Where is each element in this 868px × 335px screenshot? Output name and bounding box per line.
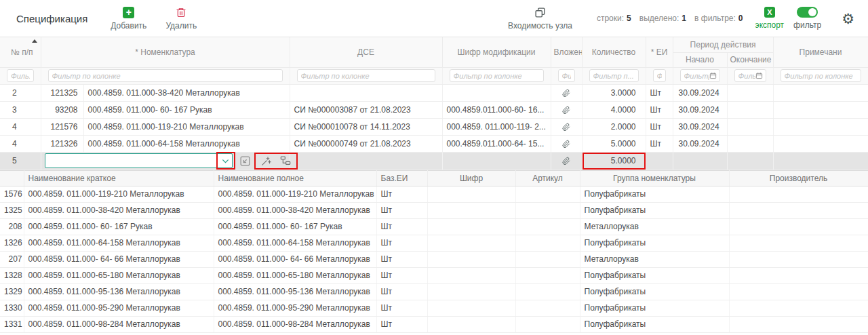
lookup-full-name-cell: 000.4859. 011.000-119-210 Металлорукав	[214, 186, 376, 202]
filter-attachments-input[interactable]	[558, 69, 575, 82]
filter-toggle[interactable]	[797, 7, 818, 18]
lookup-group-cell: Металлорукав	[580, 251, 729, 267]
excel-icon: X	[764, 7, 775, 18]
note-cell	[773, 152, 868, 170]
nomenclature-input[interactable]	[45, 154, 232, 168]
col-header-manufacturer[interactable]: Производитель	[729, 170, 868, 186]
lookup-group-cell: Полуфабрикаты	[580, 316, 729, 332]
add-button[interactable]: + Добавить	[111, 7, 146, 31]
lookup-article-cell	[515, 218, 580, 235]
open-catalog-button[interactable]	[239, 155, 251, 167]
mod-code-cell	[442, 152, 551, 170]
spec-table-row[interactable]: 4121326000.4859. 011.000-64-158 Металлор…	[0, 135, 868, 152]
col-header-period-end[interactable]: Окончание	[727, 52, 773, 67]
filter-period-end-input[interactable]	[738, 70, 755, 81]
row-number-cell: 4	[0, 135, 41, 152]
col-header-period-start[interactable]: Начало	[673, 52, 727, 67]
lookup-base-unit-cell: Шт	[376, 283, 427, 300]
lookup-article-cell	[515, 186, 580, 202]
spec-table-row[interactable]: 393208000.4859. 011.000- 60- 167 РукавСИ…	[0, 101, 868, 118]
lookup-row[interactable]: 1326000.4859. 011.000-64-158 Металлорука…	[0, 235, 868, 251]
specification-grid: № п/п * Номенклатура ДСЕ Шифр модификаци…	[0, 37, 868, 170]
col-header-num[interactable]: № п/п	[0, 37, 41, 67]
lookup-full-name-cell: 000.4859. 011.000- 60- 167 Рукав	[214, 218, 376, 235]
period-start-cell: 30.09.2024	[673, 135, 727, 152]
lookup-group-cell: Полуфабрикаты	[580, 186, 729, 202]
lookup-row[interactable]: 1330000.4859. 011.000-95-290 Металлорука…	[0, 300, 868, 316]
lookup-code-cell: 207	[0, 251, 24, 267]
filter-nomenclature-input[interactable]	[48, 69, 283, 82]
col-header-nomenclature[interactable]: * Номенклатура	[41, 37, 290, 67]
paperclip-icon[interactable]	[562, 89, 570, 98]
lookup-code-cell: 1330	[0, 300, 24, 316]
note-cell	[773, 101, 868, 118]
lookup-cipher-cell	[427, 267, 515, 283]
filter-num-input[interactable]	[7, 69, 34, 82]
filter-toggle-group[interactable]: фильтр	[793, 7, 821, 30]
dse-cell: СИ №000000749 от 21.08.2023	[290, 135, 442, 152]
spec-table-row[interactable]: 2121325000.4859. 011.000-38-420 Металлор…	[0, 84, 868, 101]
chevron-down-icon[interactable]	[221, 157, 230, 165]
lookup-manufacturer-cell	[729, 202, 868, 218]
period-end-cell	[727, 84, 773, 101]
col-header-full-name[interactable]: Наименование полное	[214, 170, 376, 186]
col-header-unit[interactable]: * ЕИ	[646, 37, 673, 67]
tree-select-icon[interactable]	[280, 155, 291, 166]
paperclip-icon[interactable]	[562, 106, 570, 115]
unit-cell	[646, 152, 673, 170]
lookup-full-name-cell: 000.4859. 011.000-38-420 Металлорукав	[214, 202, 376, 218]
lookup-manufacturer-cell	[729, 316, 868, 332]
spec-table-row[interactable]: 4121576000.4859. 011.000-119-210 Металло…	[0, 118, 868, 135]
filter-quantity-input[interactable]	[589, 69, 639, 82]
paperclip-icon[interactable]	[562, 123, 570, 132]
node-usage-button[interactable]: Входимость узла	[508, 7, 572, 31]
nomenclature-combobox[interactable]	[45, 153, 233, 168]
col-header-code[interactable]	[0, 170, 24, 186]
lookup-row[interactable]: 1329000.4859. 011.000-95-136 Металлорука…	[0, 283, 868, 300]
period-end-cell	[727, 101, 773, 118]
filter-unit-input[interactable]	[653, 69, 666, 82]
filter-dse-input[interactable]	[297, 69, 435, 82]
export-button[interactable]: X экспорт	[755, 7, 785, 30]
col-header-attachments[interactable]: Вложени	[551, 37, 582, 67]
lookup-row[interactable]: 207000.4859. 011.000- 64- 66 Металлорука…	[0, 251, 868, 267]
lookup-row[interactable]: 1576000.4859. 011.000-119-210 Металлорук…	[0, 186, 868, 202]
settings-gear-icon[interactable]: ⚙	[842, 12, 854, 26]
col-header-group[interactable]: Группа номенклатуры	[580, 170, 729, 186]
lookup-row[interactable]: 1325000.4859. 011.000-38-420 Металлорука…	[0, 202, 868, 218]
lookup-short-name-cell: 000.4859. 011.000- 60- 167 Рукав	[24, 218, 214, 235]
col-header-short-name[interactable]: Наименование краткое	[24, 170, 214, 186]
col-header-note[interactable]: Примечани	[773, 37, 868, 67]
add-button-label: Добавить	[111, 21, 146, 31]
lookup-full-name-cell: 000.4859. 011.000-98-284 Металлорукав	[214, 316, 376, 332]
row-number-cell: 5	[0, 152, 41, 170]
lookup-group-cell: Полуфабрикаты	[580, 300, 729, 316]
lookup-row[interactable]: 1328000.4859. 011.000-65-180 Металлорука…	[0, 267, 868, 283]
calendar-icon[interactable]	[709, 72, 717, 79]
magic-wand-icon[interactable]	[261, 156, 271, 166]
table-stats: строки: 5 выделено: 1 в фильтре: 0	[589, 14, 743, 23]
col-header-article[interactable]: Артикул	[515, 170, 580, 186]
filter-mod-code-input[interactable]	[450, 69, 544, 82]
calendar-icon[interactable]	[755, 72, 763, 79]
paperclip-icon[interactable]	[562, 157, 570, 165]
lookup-short-name-cell: 000.4859. 011.000-64-158 Металлорукав	[24, 235, 214, 251]
mod-code-cell	[442, 84, 551, 101]
quantity-cell: 5.0000	[582, 152, 646, 170]
nomenclature-name-cell: 000.4859. 011.000-38-420 Металлорукав	[83, 84, 290, 101]
col-header-cipher[interactable]: Шифр	[427, 170, 515, 186]
editing-row[interactable]: 5	[0, 152, 868, 170]
lookup-row[interactable]: 1331000.4859. 011.000-98-284 Металлорука…	[0, 316, 868, 332]
lookup-article-cell	[515, 202, 580, 218]
lookup-cipher-cell	[427, 235, 515, 251]
filter-period-start-input[interactable]	[684, 70, 709, 81]
col-header-quantity[interactable]: Количество	[582, 37, 646, 67]
col-header-mod-code[interactable]: Шифр модификации	[442, 37, 551, 67]
col-header-base-unit[interactable]: Баз.ЕИ	[376, 170, 427, 186]
col-header-dse[interactable]: ДСЕ	[290, 37, 442, 67]
filter-note-input[interactable]	[781, 69, 861, 82]
lookup-row[interactable]: 208000.4859. 011.000- 60- 167 Рукав000.4…	[0, 218, 868, 235]
delete-button[interactable]: Удалить	[165, 7, 197, 31]
mod-code-cell: 000.4859.011.000-60- 16...	[442, 101, 551, 118]
paperclip-icon[interactable]	[562, 140, 570, 149]
